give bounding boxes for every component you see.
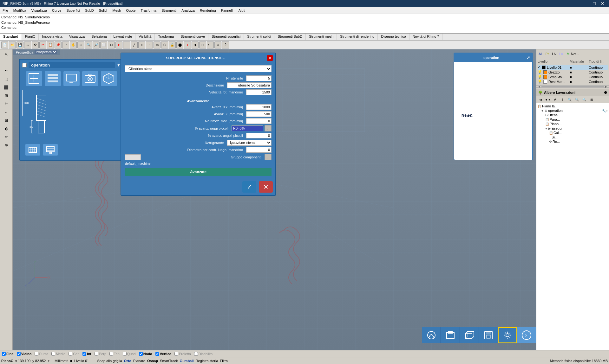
box-icon[interactable] (100, 71, 118, 86)
scroll-right-icon[interactable]: ► (605, 85, 608, 88)
tool-path-icon[interactable] (422, 327, 441, 343)
menu-file[interactable]: File (0, 8, 11, 13)
snap-proietta-checkbox[interactable] (174, 352, 178, 356)
tab-trasforma[interactable]: Trasforma (155, 34, 177, 40)
menu-solidi[interactable]: Solidi (96, 8, 110, 13)
layer-stmpsto[interactable]: 💡 StmpSto... ■ Continuo (538, 74, 608, 79)
gumball-label[interactable]: Gumball (180, 359, 194, 363)
avanz-xy-input[interactable] (246, 104, 272, 110)
color-icon[interactable]: ● (184, 42, 191, 48)
help-nc-icon[interactable]: ? (517, 327, 536, 343)
menu-superfici[interactable]: Superfici (64, 8, 82, 13)
tree-piano[interactable]: 📋 Piano... (537, 122, 608, 126)
snap-perp[interactable]: Perp (95, 352, 106, 356)
transform-tool-icon[interactable]: ↔ (2, 108, 11, 116)
operation-radio-icon[interactable]: ○ (606, 109, 608, 112)
tab-pianic[interactable]: PianiC (22, 34, 39, 40)
layer-tool-icon[interactable]: ⊟ (2, 117, 11, 124)
param-icon[interactable] (25, 144, 41, 156)
select-tool-icon[interactable]: ↖ (2, 51, 11, 58)
snap-medio-checkbox[interactable] (51, 352, 55, 356)
tab-seleziona[interactable]: Seleziona (88, 34, 110, 40)
snap-tan-checkbox[interactable] (109, 352, 113, 356)
no-rimoz-input[interactable] (246, 118, 272, 124)
snap-int[interactable]: Int (82, 352, 91, 356)
refrigerante-select[interactable]: Igerazione interna Nessuno Esterna (227, 140, 272, 146)
osnap-label[interactable]: Osnap (147, 359, 158, 363)
curve-tool-icon[interactable]: 〜 (2, 67, 11, 75)
albero-zoom-icon[interactable]: 🔍 (566, 97, 573, 102)
paste-icon[interactable]: 📌 (55, 42, 62, 48)
lu-panel-icon[interactable]: Lu (558, 51, 564, 57)
shade-icon[interactable]: ◑ (192, 42, 199, 48)
menu-strumenti[interactable]: Strumenti (159, 8, 179, 13)
tree-utens[interactable]: ✂ Utens... (537, 113, 608, 117)
snap-fine[interactable]: Fine (2, 352, 14, 356)
snap-fine-checkbox[interactable] (2, 352, 6, 356)
zoom-in-icon[interactable]: 🔍 (85, 42, 92, 48)
snap-cen-checkbox[interactable] (69, 352, 72, 356)
zoom-window-icon[interactable]: ⬜ (100, 42, 107, 48)
snap-disabilita[interactable]: Disabilita (194, 352, 213, 356)
registra-label[interactable]: Registra storia (196, 359, 218, 363)
point-tool-icon[interactable]: · (2, 59, 11, 67)
viewport-container[interactable]: Prospettica Prospettica Superiore Fronta… (13, 49, 536, 350)
snap-disabilita-checkbox[interactable] (194, 352, 198, 356)
albero-info-icon[interactable]: i (559, 97, 566, 102)
menu-subd[interactable]: SubD (82, 8, 96, 13)
circle-icon[interactable]: ○ (138, 42, 145, 48)
add-row-icon[interactable] (43, 144, 58, 156)
options-icon[interactable]: ⚙ (32, 42, 39, 48)
albero-export-icon[interactable]: ⊞ (588, 97, 595, 102)
menu-quote[interactable]: Quote (124, 8, 138, 13)
rect-icon[interactable]: ▭ (154, 42, 160, 48)
tree-si[interactable]: T Si... (537, 135, 608, 139)
tree-operation[interactable]: ▼ ⚙ operation 🔧 ○ (537, 108, 608, 113)
zoom-out-icon[interactable]: 🔎 (93, 42, 100, 48)
box3d-icon[interactable] (460, 327, 479, 343)
tab-disegno-tecnico[interactable]: Disegno tecnico (378, 34, 409, 40)
layer-restmat[interactable]: 💡 Rest Mat... ■ Continuo (538, 79, 608, 84)
snap-icon[interactable]: ⊕ (214, 42, 221, 48)
maximize-button[interactable]: □ (591, 1, 598, 6)
tab-strumenti-subd[interactable]: Strumenti SubD (274, 34, 306, 40)
tab-strumenti-mesh[interactable]: Strumenti mesh (306, 34, 337, 40)
drafting-tool-icon[interactable]: ✏ (2, 133, 11, 141)
tab-novita[interactable]: Novità di Rhino 7 (409, 34, 443, 40)
layer-grezzo[interactable]: 💡 Grezzo ■ Continuo (538, 70, 608, 74)
viewport-tab-dropdown[interactable]: Prospettica Superiore Frontale Destra (35, 50, 57, 54)
pr-panel-icon[interactable]: Pr (544, 51, 550, 57)
m-panel-icon[interactable]: M (565, 51, 571, 57)
vel-rot-input[interactable] (246, 89, 272, 95)
3d-viewport[interactable]: X Y Z operation ▼ (13, 49, 536, 350)
pt-icon[interactable]: · (123, 42, 130, 48)
tree-cal[interactable]: 📋 Cal... (537, 131, 608, 135)
menu-modifica[interactable]: Modifica (11, 8, 29, 13)
save-icon[interactable]: 💾 (16, 42, 23, 48)
snap-cen[interactable]: Cen (69, 352, 79, 356)
grid-icon[interactable]: ⊟ (108, 42, 115, 48)
confirm-button[interactable]: ✓ (242, 181, 256, 193)
list-operations-icon[interactable] (44, 71, 62, 86)
snap-label[interactable]: Snap alla griglia (97, 359, 122, 363)
sphere-icon[interactable]: ⬤ (176, 42, 183, 48)
albero-zoom3-icon[interactable]: 🔍 (581, 97, 588, 102)
cancel-button[interactable]: ✕ (259, 181, 273, 193)
tab-strumenti-rendering[interactable]: Strumenti di rendering (337, 34, 378, 40)
albero-zoom2-icon[interactable]: 🔍 (573, 97, 580, 102)
tab-layout-viste[interactable]: Layout viste (110, 34, 136, 40)
snap-quad[interactable]: Quad (123, 352, 136, 356)
right-info-expand-button[interactable]: ⤢ (527, 55, 530, 60)
filtro-label[interactable]: Filtro (220, 359, 228, 363)
wire-icon[interactable]: ◻ (199, 42, 206, 48)
pct-angoli-input[interactable] (246, 133, 272, 138)
select-icon[interactable]: ➤ (115, 42, 122, 48)
tab-strumenti-solidi[interactable]: Strumenti solidi (244, 34, 274, 40)
snap-int-checkbox[interactable] (82, 352, 86, 356)
menu-pannelli[interactable]: Pannelli (219, 8, 236, 13)
open-file-icon[interactable]: 📂 (9, 42, 16, 48)
snap-vicino-checkbox[interactable] (17, 352, 21, 356)
tree-re[interactable]: ⚙ Re... (537, 139, 608, 144)
snap-quad-checkbox[interactable] (123, 352, 127, 356)
albero-text-icon[interactable]: A (552, 97, 559, 102)
